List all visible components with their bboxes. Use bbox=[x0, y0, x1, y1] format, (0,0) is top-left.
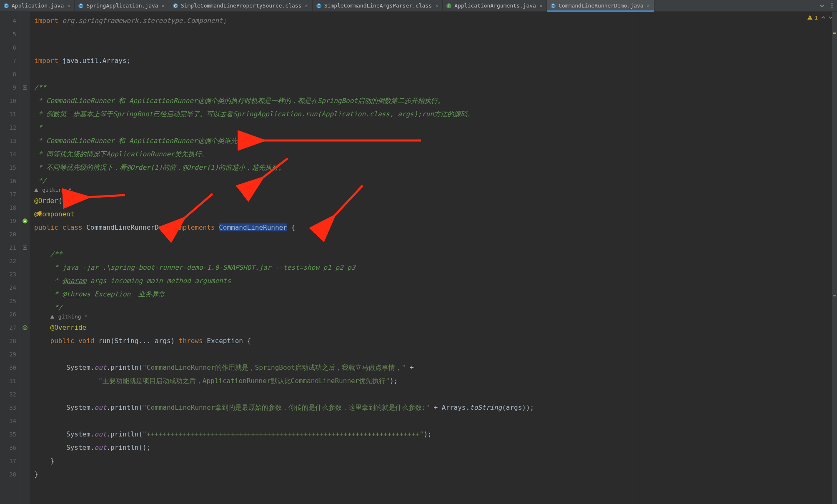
editor-tab[interactable]: CSpringApplication.java× bbox=[75, 0, 169, 11]
code-line[interactable]: public class CommandLineRunnerDemo imple… bbox=[34, 221, 837, 234]
line-number[interactable]: 11 bbox=[0, 108, 20, 121]
gutter-blank bbox=[20, 28, 30, 41]
tab-list-dropdown[interactable] bbox=[817, 0, 827, 11]
code-line[interactable]: import org.springframework.stereotype.Co… bbox=[34, 14, 837, 28]
line-number-gutter[interactable]: 4567891011121314151617181920212223242526… bbox=[0, 12, 20, 504]
line-number[interactable]: 8 bbox=[0, 68, 20, 81]
code-line[interactable]: import java.util.Arrays; bbox=[34, 54, 837, 68]
code-line[interactable]: System.out.println(); bbox=[34, 441, 837, 454]
gutter-icon-column[interactable]: −− bbox=[20, 12, 30, 504]
line-number[interactable]: 17 bbox=[0, 188, 20, 201]
line-number[interactable]: 16 bbox=[0, 174, 20, 188]
line-number[interactable]: 36 bbox=[0, 441, 20, 454]
tab-close-icon[interactable]: × bbox=[304, 3, 308, 9]
override-gutter-icon[interactable] bbox=[20, 321, 30, 334]
line-number[interactable]: 20 bbox=[0, 228, 20, 241]
code-line[interactable]: } bbox=[34, 454, 837, 468]
code-line[interactable]: * bbox=[34, 121, 837, 134]
line-number[interactable]: 14 bbox=[0, 148, 20, 161]
code-line[interactable] bbox=[34, 348, 837, 361]
stripe-info-marker[interactable] bbox=[833, 295, 836, 296]
tab-close-icon[interactable]: × bbox=[66, 3, 71, 9]
code-line[interactable] bbox=[34, 68, 837, 81]
code-line[interactable]: public void run(String... args) throws E… bbox=[34, 334, 837, 348]
line-number[interactable]: 6 bbox=[0, 41, 20, 54]
tab-close-icon[interactable]: × bbox=[161, 3, 165, 9]
gutter-blank bbox=[20, 374, 30, 388]
code-line[interactable]: @Override bbox=[34, 321, 837, 334]
line-number[interactable]: 38 bbox=[0, 468, 20, 481]
code-line[interactable]: * java -jar .\spring-boot-runner-demo-1.… bbox=[34, 261, 837, 274]
code-line[interactable]: @Component bbox=[34, 208, 837, 221]
svg-point-12 bbox=[832, 3, 833, 4]
line-number[interactable]: 33 bbox=[0, 401, 20, 414]
line-number[interactable]: 27 bbox=[0, 321, 20, 334]
editor-tab[interactable]: CSimpleCommandLineArgsParser.class× bbox=[313, 0, 443, 11]
line-number[interactable]: 28 bbox=[0, 334, 20, 348]
tab-close-icon[interactable]: × bbox=[646, 3, 651, 9]
code-line[interactable]: System.out.println("++++++++++++++++++++… bbox=[34, 428, 837, 441]
author-inlay[interactable]: ▲ gitking * bbox=[34, 312, 837, 321]
line-number[interactable]: 23 bbox=[0, 268, 20, 281]
editor-tab[interactable]: CSimpleCommandLinePropertySource.class× bbox=[169, 0, 313, 11]
code-line[interactable]: * @param args incoming main method argum… bbox=[34, 274, 837, 288]
fold-toggle-icon[interactable]: − bbox=[20, 81, 30, 94]
line-number[interactable]: 31 bbox=[0, 374, 20, 388]
line-number[interactable]: 18 bbox=[0, 201, 20, 214]
code-line[interactable] bbox=[34, 234, 837, 248]
code-line[interactable] bbox=[34, 388, 837, 401]
code-line[interactable]: * 倒数第二步基本上等于SpringBoot已经启动完毕了。可以去看Spring… bbox=[34, 108, 837, 121]
spring-bean-gutter-icon[interactable] bbox=[20, 214, 30, 228]
line-number[interactable]: 35 bbox=[0, 428, 20, 441]
code-line[interactable] bbox=[34, 414, 837, 428]
editor-tab[interactable]: CCommandLineRunnerDemo.java× bbox=[547, 0, 654, 11]
tab-close-icon[interactable]: × bbox=[539, 3, 543, 9]
code-line[interactable]: "主要功能就是项目启动成功之后，ApplicationRunner默认比Comm… bbox=[34, 374, 837, 388]
code-line[interactable]: * 同等优先级的情况下ApplicationRunner类先执行。 bbox=[34, 148, 837, 161]
code-line[interactable]: * 不同等优先级的情况下，看@Order(1)的值，@Order(1)的值越小，… bbox=[34, 161, 837, 174]
line-number[interactable]: 21 bbox=[0, 241, 20, 254]
stripe-warning-marker[interactable] bbox=[833, 33, 836, 34]
line-number[interactable]: 29 bbox=[0, 348, 20, 361]
code-line[interactable]: } bbox=[34, 468, 837, 481]
line-number[interactable]: 34 bbox=[0, 414, 20, 428]
line-number[interactable]: 10 bbox=[0, 94, 20, 108]
line-number[interactable]: 25 bbox=[0, 294, 20, 308]
code-line[interactable]: * @throws Exception 业务异常 bbox=[34, 288, 837, 301]
code-editor[interactable]: 4567891011121314151617181920212223242526… bbox=[0, 12, 837, 504]
line-number[interactable]: 32 bbox=[0, 388, 20, 401]
line-number[interactable]: 15 bbox=[0, 161, 20, 174]
editor-tab[interactable]: IApplicationArguments.java× bbox=[443, 0, 547, 11]
line-number[interactable]: 12 bbox=[0, 121, 20, 134]
gutter-blank bbox=[20, 441, 30, 454]
tab-kebab-menu-icon[interactable] bbox=[827, 0, 837, 11]
code-line[interactable]: /** bbox=[34, 81, 837, 94]
line-number[interactable]: 24 bbox=[0, 281, 20, 294]
line-number[interactable]: 5 bbox=[0, 28, 20, 41]
code-line[interactable]: @Order(1) bbox=[34, 194, 837, 208]
line-number[interactable]: 13 bbox=[0, 134, 20, 148]
line-number[interactable]: 19 bbox=[0, 214, 20, 228]
line-number[interactable]: 4 bbox=[0, 14, 20, 28]
fold-toggle-icon[interactable]: − bbox=[20, 241, 30, 254]
tab-close-icon[interactable]: × bbox=[434, 3, 439, 9]
code-line[interactable]: System.out.println("CommandLineRunner拿到的… bbox=[34, 401, 837, 414]
code-line[interactable] bbox=[34, 481, 837, 494]
line-number[interactable]: 7 bbox=[0, 54, 20, 68]
line-number[interactable]: 30 bbox=[0, 361, 20, 374]
code-area[interactable]: import org.springframework.stereotype.Co… bbox=[30, 12, 837, 504]
line-number[interactable]: 26 bbox=[0, 308, 20, 321]
line-number[interactable]: 9 bbox=[0, 81, 20, 94]
line-number[interactable]: 22 bbox=[0, 254, 20, 268]
line-number[interactable]: 37 bbox=[0, 454, 20, 468]
error-stripe[interactable] bbox=[832, 12, 837, 504]
code-line[interactable] bbox=[34, 41, 837, 54]
file-type-icon: C bbox=[3, 3, 9, 9]
author-inlay[interactable]: ▲ gitking * bbox=[34, 185, 837, 194]
editor-tab[interactable]: CApplication.java× bbox=[0, 0, 75, 11]
code-line[interactable]: System.out.println("CommandLineRunner的作用… bbox=[34, 361, 837, 374]
code-line[interactable]: * CommandLineRunner 和 ApplicationRunner这… bbox=[34, 94, 837, 108]
code-line[interactable]: /** bbox=[34, 248, 837, 261]
code-line[interactable] bbox=[34, 28, 837, 41]
code-line[interactable]: * CommandLineRunner 和 ApplicationRunner这… bbox=[34, 134, 837, 148]
